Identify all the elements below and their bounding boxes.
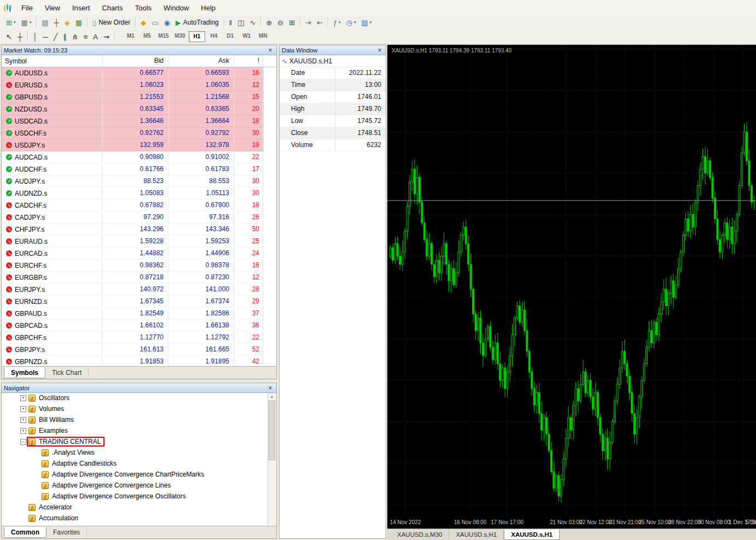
new-order-button[interactable]: ▯New Order [90, 16, 132, 28]
price-chart[interactable]: 14 Nov 202216 Nov 08:0017 Nov 17:0021 No… [387, 45, 756, 529]
terminal-button[interactable]: ▦ [73, 16, 84, 28]
templates-button[interactable]: ▨▾ [359, 16, 374, 28]
table-row[interactable]: ↗NZDUSD.s0.633450.6336520 [2, 103, 264, 115]
profiles-button[interactable]: ▦▾ [19, 16, 33, 28]
table-row[interactable]: ↘EURAUD.s1.592281.5925325 [2, 236, 264, 248]
line-chart-button[interactable]: ∿ [247, 16, 258, 28]
timeframe-m30[interactable]: M30 [172, 31, 188, 41]
table-row[interactable]: ↘CADCHF.s0.678820.6790018 [2, 199, 264, 212]
navigator-button[interactable]: ◈ [62, 16, 72, 28]
equidistant-channel-button[interactable]: ∥ [61, 31, 69, 43]
menu-item-insert[interactable]: Insert [66, 0, 96, 15]
timeframe-m1[interactable]: M1 [123, 31, 138, 41]
chart-tab-xauusd-s-m30[interactable]: XAUUSD.s,M30 [391, 530, 449, 539]
arrows-tool-button[interactable]: ⇝ [101, 31, 112, 43]
tree-item[interactable]: ƒAccelerator [2, 502, 267, 513]
table-row[interactable]: ↗AUDJPY.s88.52388.55330 [2, 175, 264, 187]
horizontal-line-button[interactable]: ─ [40, 31, 50, 43]
menu-item-file[interactable]: File [15, 0, 39, 15]
tab-favorites[interactable]: Favorites [46, 527, 87, 537]
print-button[interactable]: ▭ [149, 16, 160, 28]
tree-item[interactable]: ƒAdaptive Divergence Convergence Lines [2, 480, 267, 491]
tab-symbols[interactable]: Symbols [4, 367, 45, 378]
table-row[interactable]: ↗AUDNZD.s1.050831.0511330 [2, 187, 264, 199]
fibonacci-retracement-button[interactable]: ≡ [82, 31, 90, 43]
table-row[interactable]: ↘GBPAUD.s1.825491.8258637 [2, 308, 264, 320]
tree-item[interactable]: +ƒBill Williams [2, 414, 267, 425]
tree-item[interactable]: ƒAccumulation [2, 513, 267, 524]
table-row[interactable]: ↘GBPCAD.s1.661021.6613836 [2, 320, 264, 332]
timeframe-h1[interactable]: H1 [189, 31, 205, 42]
close-icon[interactable]: × [376, 46, 383, 54]
tree-item[interactable]: −ƒTRADING CENTRAL [2, 436, 267, 447]
menu-item-view[interactable]: View [39, 0, 66, 15]
scroll-up-icon[interactable]: ▴ [268, 393, 276, 400]
table-row[interactable]: ↘CHFJPY.s143.296143.34650 [2, 224, 264, 236]
zoom-out-button[interactable]: ⊖ [275, 16, 286, 28]
navigator-scrollbar[interactable]: ▴ [267, 393, 276, 525]
close-icon[interactable]: × [266, 46, 274, 54]
menu-item-window[interactable]: Window [158, 0, 195, 15]
auto-scroll-button[interactable]: ⇥ [303, 16, 313, 28]
table-row[interactable]: ↗USDCHF.s0.927620.9279230 [2, 127, 264, 139]
timeframe-w1[interactable]: W1 [239, 31, 254, 41]
chart-tab-xauusd-s-h1[interactable]: XAUUSD.s,H1 [449, 530, 504, 539]
table-row[interactable]: ↘EURCHF.s0.983620.9837816 [2, 260, 264, 272]
menu-item-help[interactable]: Help [195, 0, 222, 15]
table-row[interactable]: ↘GBPCHF.s1.127701.1279222 [2, 332, 264, 344]
new-chart-button[interactable]: ⊞▾ [4, 16, 18, 28]
tree-item[interactable]: ƒAdaptive Divergence Convergence ChartPr… [2, 469, 267, 480]
timeframe-h4[interactable]: H4 [206, 31, 222, 41]
text-button[interactable]: A [91, 31, 100, 43]
table-row[interactable]: ↗GBPUSD.s1.215531.2156815 [2, 91, 264, 103]
table-row[interactable]: ↗AUDUSD.s0.665770.6659316 [2, 67, 264, 79]
candlestick-button[interactable]: ◫ [235, 16, 246, 28]
tree-item[interactable]: ƒAdaptive Candlesticks [2, 458, 267, 469]
tree-item[interactable]: +ƒVolumes [2, 403, 267, 414]
chart-shift-button[interactable]: ⇤ [315, 16, 325, 28]
market-watch-button[interactable]: ▤ [39, 16, 50, 28]
crosshair-button[interactable]: ┼ [15, 31, 25, 43]
close-icon[interactable]: × [266, 384, 274, 392]
tab-common[interactable]: Common [4, 527, 46, 538]
table-row[interactable]: ↘CADJPY.s97.29097.31626 [2, 212, 264, 224]
table-row[interactable]: ↘EURGBP.s0.872180.8723012 [2, 272, 264, 284]
menu-item-charts[interactable]: Charts [96, 0, 129, 15]
expand-icon[interactable]: + [20, 428, 26, 434]
periods-button[interactable]: ◷▾ [344, 16, 358, 28]
andrews-pitchfork-button[interactable]: ⋔ [70, 31, 80, 43]
indicators-button[interactable]: ƒ▾ [331, 16, 343, 28]
timeframe-m5[interactable]: M5 [139, 31, 155, 41]
table-row[interactable]: ↘EURUSD.s1.060231.0603512 [2, 79, 264, 91]
table-row[interactable]: ↘EURNZD.s1.673451.6737429 [2, 296, 264, 308]
data-window-button[interactable]: ┼ [52, 16, 61, 28]
chart-tab-xauusd-s-h1[interactable]: XAUUSD.s,H1 [504, 530, 560, 540]
tree-item[interactable]: ƒAdaptive Divergence Convergence Oscilla… [2, 491, 267, 502]
zoom-in-button[interactable]: ⊕ [264, 16, 274, 28]
metaeditor-button[interactable]: ◆ [138, 16, 148, 28]
vertical-line-button[interactable]: │ [31, 31, 39, 43]
expand-icon[interactable]: + [20, 417, 26, 423]
table-row[interactable]: ↘EURCAD.s1.448821.4490624 [2, 248, 264, 260]
help-button[interactable]: ◉ [162, 16, 172, 28]
tab-tick-chart[interactable]: Tick Chart [45, 368, 89, 378]
timeframe-m15[interactable]: M15 [156, 31, 171, 41]
table-row[interactable]: ↘USDJPY.s132.959132.97819 [2, 139, 264, 151]
menu-item-tools[interactable]: Tools [129, 0, 158, 15]
trendline-button[interactable]: ╱ [51, 31, 60, 43]
collapse-icon[interactable]: − [20, 439, 26, 445]
bar-chart-button[interactable]: ‖ [227, 16, 234, 28]
cursor-button[interactable]: ↖ [4, 31, 14, 43]
timeframe-d1[interactable]: D1 [223, 31, 238, 41]
scrollbar-thumb[interactable] [269, 401, 275, 460]
expand-icon[interactable]: + [20, 406, 26, 412]
tile-windows-button[interactable]: ⊞ [287, 16, 297, 28]
table-row[interactable]: ↗AUDCAD.s0.909800.9100222 [2, 151, 264, 163]
timeframe-mn[interactable]: MN [255, 31, 271, 41]
tree-item[interactable]: +ƒExamples [2, 425, 267, 436]
expand-icon[interactable]: + [20, 395, 26, 401]
tree-item[interactable]: +ƒOscillators [2, 392, 267, 403]
table-row[interactable]: ↘GBPJPY.s161.613161.66552 [2, 344, 264, 356]
table-row[interactable]: ↗AUDCHF.s0.617660.6178317 [2, 163, 264, 175]
table-row[interactable]: ↘EURJPY.s140.972141.00028 [2, 284, 264, 296]
